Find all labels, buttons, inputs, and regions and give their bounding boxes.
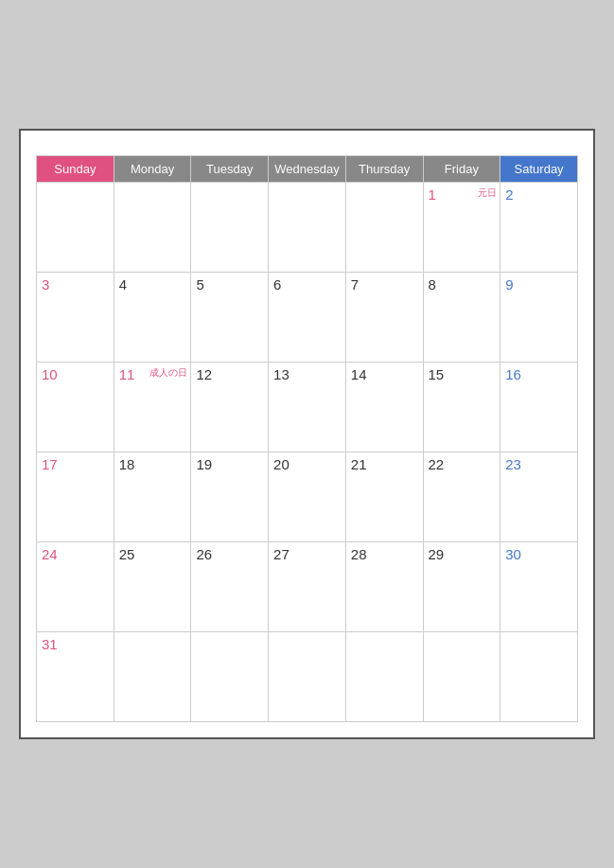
calendar-cell: 27 — [269, 542, 346, 632]
day-number: 6 — [273, 276, 341, 292]
calendar-cell: 5 — [191, 273, 269, 363]
weekday-header-tuesday: Tuesday — [191, 156, 269, 183]
day-number: 13 — [273, 366, 341, 382]
day-number: 5 — [196, 276, 263, 292]
calendar-cell: 6 — [269, 273, 346, 363]
day-number: 7 — [351, 276, 418, 292]
calendar-grid: SundayMondayTuesdayWednesdayThursdayFrid… — [36, 155, 578, 722]
calendar-cell: 22 — [423, 452, 500, 542]
holiday-label: 元日 — [478, 186, 497, 200]
day-number: 24 — [42, 546, 109, 562]
calendar-cell: 21 — [345, 452, 423, 542]
day-number: 4 — [119, 276, 186, 292]
day-number: 10 — [42, 366, 109, 382]
calendar-cell: 20 — [269, 452, 346, 542]
calendar: SundayMondayTuesdayWednesdayThursdayFrid… — [19, 129, 595, 739]
calendar-cell: 3 — [37, 273, 114, 363]
day-number: 12 — [196, 366, 263, 382]
day-number: 28 — [351, 546, 418, 562]
weekday-header-saturday: Saturday — [500, 156, 578, 183]
calendar-cell: 30 — [500, 542, 578, 632]
calendar-cell: 7 — [345, 273, 423, 363]
calendar-cell: 19 — [191, 452, 269, 542]
day-number: 31 — [42, 636, 109, 652]
calendar-cell: 8 — [423, 273, 500, 363]
day-number: 29 — [429, 546, 496, 562]
calendar-cell: 23 — [500, 452, 578, 542]
calendar-cell: 1元日 — [423, 183, 500, 273]
day-number: 17 — [42, 456, 109, 472]
day-number: 27 — [273, 546, 341, 562]
holiday-label: 成人の日 — [149, 366, 187, 380]
calendar-cell: 29 — [423, 542, 500, 632]
weekday-header-thursday: Thursday — [345, 156, 423, 183]
day-number: 23 — [505, 456, 572, 472]
calendar-cell: 13 — [269, 363, 346, 452]
calendar-cell — [114, 183, 191, 273]
calendar-cell: 12 — [191, 363, 269, 452]
calendar-cell: 26 — [191, 542, 269, 632]
day-number: 9 — [505, 276, 572, 292]
calendar-cell — [345, 183, 423, 273]
day-number: 15 — [429, 366, 496, 382]
day-number: 14 — [351, 366, 418, 382]
day-number: 19 — [196, 456, 263, 472]
calendar-cell: 24 — [37, 542, 114, 632]
calendar-cell: 25 — [114, 542, 191, 632]
calendar-cell: 2 — [500, 183, 578, 273]
calendar-cell: 10 — [37, 363, 114, 452]
day-number: 2 — [505, 186, 572, 203]
calendar-cell: 31 — [37, 632, 114, 722]
calendar-cell — [269, 632, 346, 722]
day-number: 30 — [505, 546, 572, 562]
calendar-cell — [114, 632, 191, 722]
day-number: 22 — [429, 456, 496, 472]
day-number: 25 — [119, 546, 186, 562]
weekday-header-sunday: Sunday — [37, 156, 114, 183]
calendar-cell — [423, 632, 500, 722]
calendar-cell: 11成人の日 — [114, 363, 191, 452]
day-number: 21 — [351, 456, 418, 472]
weekday-header-wednesday: Wednesday — [269, 156, 346, 183]
calendar-cell: 18 — [114, 452, 191, 542]
calendar-cell: 16 — [500, 363, 578, 452]
calendar-cell: 17 — [37, 452, 114, 542]
calendar-cell: 9 — [500, 273, 578, 363]
calendar-cell — [191, 632, 269, 722]
day-number: 8 — [429, 276, 496, 292]
calendar-cell: 14 — [345, 363, 423, 452]
day-number: 16 — [505, 366, 572, 382]
day-number: 26 — [196, 546, 263, 562]
calendar-cell: 4 — [114, 273, 191, 363]
calendar-cell — [345, 632, 423, 722]
weekday-header-monday: Monday — [114, 156, 191, 183]
day-number: 3 — [42, 276, 109, 292]
calendar-cell: 15 — [423, 363, 500, 452]
calendar-cell — [500, 632, 578, 722]
day-number: 20 — [273, 456, 341, 472]
calendar-cell — [269, 183, 346, 273]
calendar-cell — [191, 183, 269, 273]
calendar-cell: 28 — [345, 542, 423, 632]
calendar-cell — [37, 183, 114, 273]
weekday-header-friday: Friday — [423, 156, 500, 183]
day-number: 18 — [119, 456, 186, 472]
